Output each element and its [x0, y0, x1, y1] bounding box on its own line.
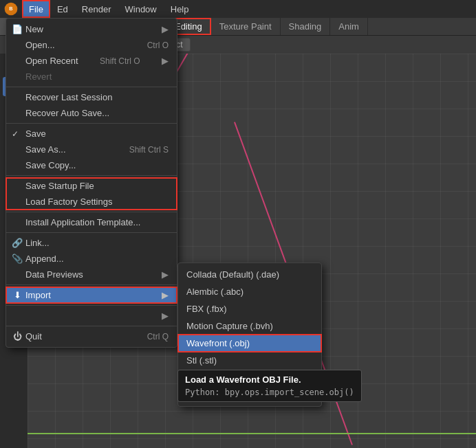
- menu-file[interactable]: File: [22, 0, 50, 18]
- menu-save-copy[interactable]: Save Copy...: [6, 157, 177, 173]
- svg-text:B: B: [9, 5, 12, 12]
- tab-texture-paint[interactable]: Texture Paint: [211, 18, 281, 35]
- import-collada[interactable]: Collada (Default) (.dae): [178, 266, 321, 283]
- tooltip-box: Load a Wavefront OBJ File. Python: bpy.o…: [177, 370, 362, 402]
- menu-revert[interactable]: Revert: [6, 69, 177, 85]
- divider-4: [6, 212, 177, 212]
- import-bvh[interactable]: Motion Capture (.bvh): [178, 317, 321, 335]
- tooltip-title: Load a Wavefront OBJ File.: [185, 374, 354, 385]
- menu-recover-last[interactable]: Recover Last Session: [6, 89, 177, 105]
- import-obj[interactable]: Wavefront (.obj): [178, 335, 321, 352]
- menu-save[interactable]: ✓ Save: [6, 126, 177, 142]
- new-icon: 📄: [12, 24, 23, 35]
- divider-7: [6, 305, 177, 306]
- tooltip-code: Python: bpy.ops.import_scene.obj(): [185, 388, 354, 397]
- import-icon: ⬇: [12, 290, 23, 301]
- menu-save-as[interactable]: Save As... Shift Ctrl S: [6, 142, 177, 157]
- divider-8: [6, 326, 177, 326]
- menu-link[interactable]: 🔗 Link...: [6, 235, 177, 251]
- menu-load-factory[interactable]: Load Factory Settings: [6, 194, 177, 210]
- menu-edit[interactable]: Ed: [50, 0, 75, 18]
- menu-append[interactable]: 📎 Append...: [6, 251, 177, 267]
- divider-5: [6, 232, 177, 233]
- save-check: ✓: [12, 129, 19, 139]
- append-icon: 📎: [12, 254, 23, 265]
- quit-icon: ⏻: [12, 331, 23, 342]
- tab-animation[interactable]: Anim: [330, 18, 368, 35]
- menu-save-startup[interactable]: Save Startup File: [6, 178, 177, 194]
- menu-render[interactable]: Render: [75, 0, 118, 18]
- import-stl[interactable]: Stl (.stl): [178, 352, 321, 369]
- menu-install-template[interactable]: Install Application Template...: [6, 214, 177, 230]
- tab-shading[interactable]: Shading: [281, 18, 331, 35]
- top-menu-bar: B File Ed Render Window Help: [0, 0, 476, 18]
- import-fbx[interactable]: FBX (.fbx): [178, 300, 321, 317]
- menu-import[interactable]: ⬇ Import ▶: [6, 287, 177, 303]
- view-line-green: [28, 433, 476, 434]
- import-alembic[interactable]: Alembic (.abc): [178, 283, 321, 300]
- menu-open[interactable]: Open... Ctrl O: [6, 37, 177, 53]
- menu-quit[interactable]: ⏻ Quit Ctrl Q: [6, 328, 177, 344]
- menu-help[interactable]: Help: [164, 0, 196, 18]
- menu-data-previews[interactable]: Data Previews ▶: [6, 267, 177, 282]
- menu-window[interactable]: Window: [118, 0, 164, 18]
- menu-external-data[interactable]: ▶: [6, 308, 177, 324]
- divider-3: [6, 175, 177, 176]
- file-dropdown: 📄 New ▶ Open... Ctrl O Open Recent Shift…: [6, 18, 177, 348]
- menu-open-recent[interactable]: Open Recent Shift Ctrl O ▶: [6, 53, 177, 69]
- divider-1: [6, 87, 177, 87]
- menu-recover-auto[interactable]: Recover Auto Save...: [6, 105, 177, 121]
- link-icon: 🔗: [12, 238, 23, 249]
- divider-6: [6, 284, 177, 285]
- blender-logo: B: [0, 0, 22, 18]
- divider-2: [6, 123, 177, 124]
- menu-new[interactable]: 📄 New ▶: [6, 21, 177, 37]
